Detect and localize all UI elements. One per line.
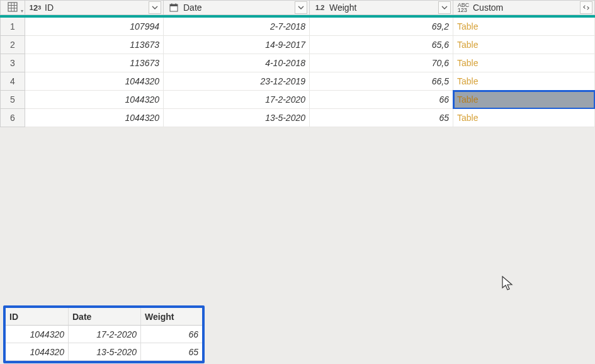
- column-label: Custom: [472, 3, 580, 13]
- column-label: Date: [182, 3, 295, 13]
- preview-cell-id[interactable]: 1044320: [6, 326, 69, 343]
- column-header-custom[interactable]: ABC123 Custom: [453, 0, 595, 15]
- cell-custom[interactable]: Table: [453, 72, 595, 91]
- cell-custom[interactable]: Table: [453, 54, 595, 72]
- cell-id[interactable]: 1044320: [25, 91, 164, 109]
- cell-weight[interactable]: 70,6: [310, 54, 453, 72]
- cell-date[interactable]: 13-5-2020: [164, 109, 310, 127]
- mouse-cursor-icon: [501, 276, 514, 294]
- preview-header-row: ID Date Weight: [6, 308, 202, 326]
- cell-date[interactable]: 17-2-2020: [164, 91, 310, 109]
- column-filter-button[interactable]: [149, 1, 161, 14]
- row-number[interactable]: 1: [0, 18, 25, 36]
- table-row: 11079942-7-201869,2Table: [0, 18, 595, 36]
- row-number[interactable]: 2: [0, 36, 25, 54]
- cell-id[interactable]: 113673: [25, 36, 164, 54]
- chevron-down-icon: ▾: [21, 8, 23, 14]
- select-all-corner[interactable]: ▾: [0, 0, 25, 15]
- main-data-grid: ▾ 123 ID Date 1.2 Weight ABC: [0, 0, 595, 127]
- cell-weight[interactable]: 66: [310, 91, 453, 109]
- svg-rect-6: [170, 4, 178, 6]
- cell-date[interactable]: 23-12-2019: [164, 72, 310, 91]
- svg-rect-7: [171, 4, 173, 6]
- row-number[interactable]: 3: [0, 54, 25, 72]
- column-label: ID: [43, 3, 149, 13]
- whole-number-type-icon: 123: [27, 1, 43, 14]
- preview-cell-date[interactable]: 13-5-2020: [69, 343, 141, 361]
- preview-cell-weight[interactable]: 66: [141, 326, 202, 343]
- rows-container: 11079942-7-201869,2Table211367314-9-2017…: [0, 18, 595, 127]
- column-header-row: ▾ 123 ID Date 1.2 Weight ABC: [0, 0, 595, 18]
- cell-custom[interactable]: Table: [453, 109, 595, 127]
- decimal-type-icon: 1.2: [312, 1, 328, 14]
- row-number[interactable]: 5: [0, 91, 25, 109]
- preview-cell-id[interactable]: 1044320: [6, 343, 69, 361]
- cell-id[interactable]: 1044320: [25, 109, 164, 127]
- cell-id[interactable]: 1044320: [25, 72, 164, 91]
- cell-weight[interactable]: 69,2: [310, 18, 453, 36]
- column-header-weight[interactable]: 1.2 Weight: [310, 0, 453, 15]
- cell-date[interactable]: 2-7-2018: [164, 18, 310, 36]
- column-header-id[interactable]: 123 ID: [25, 0, 164, 15]
- column-expand-button[interactable]: [580, 1, 592, 14]
- table-row: 31136734-10-201870,6Table: [0, 54, 595, 72]
- row-number[interactable]: 4: [0, 72, 25, 91]
- cell-weight[interactable]: 66,5: [310, 72, 453, 91]
- preview-cell-date[interactable]: 17-2-2020: [69, 326, 141, 343]
- cell-weight[interactable]: 65: [310, 109, 453, 127]
- table-row: 4104432023-12-201966,5Table: [0, 72, 595, 91]
- cell-custom[interactable]: Table: [453, 36, 595, 54]
- preview-row: 104432013-5-202065: [6, 343, 202, 361]
- column-label: Weight: [328, 3, 438, 13]
- preview-cell-weight[interactable]: 65: [141, 343, 202, 361]
- cell-weight[interactable]: 65,6: [310, 36, 453, 54]
- cell-custom[interactable]: Table: [453, 18, 595, 36]
- any-type-icon: ABC123: [455, 1, 472, 14]
- column-filter-button[interactable]: [438, 1, 451, 14]
- cell-id[interactable]: 113673: [25, 54, 164, 72]
- column-filter-button[interactable]: [295, 1, 307, 14]
- table-preview-pane: ID Date Weight 104432017-2-2020661044320…: [3, 305, 205, 363]
- table-icon: [8, 2, 18, 14]
- svg-rect-0: [8, 3, 17, 11]
- cell-custom[interactable]: Table: [453, 91, 595, 109]
- preview-header-date[interactable]: Date: [69, 308, 141, 326]
- column-header-date[interactable]: Date: [164, 0, 310, 15]
- table-row: 211367314-9-201765,6Table: [0, 36, 595, 54]
- cell-id[interactable]: 107994: [25, 18, 164, 36]
- date-type-icon: [166, 1, 182, 14]
- cell-date[interactable]: 14-9-2017: [164, 36, 310, 54]
- svg-rect-8: [176, 4, 177, 6]
- preview-header-weight[interactable]: Weight: [141, 308, 202, 326]
- preview-header-id[interactable]: ID: [6, 308, 69, 326]
- preview-row: 104432017-2-202066: [6, 326, 202, 343]
- cell-date[interactable]: 4-10-2018: [164, 54, 310, 72]
- table-row: 5104432017-2-202066Table: [0, 91, 595, 109]
- table-row: 6104432013-5-202065Table: [0, 109, 595, 127]
- row-number[interactable]: 6: [0, 109, 25, 127]
